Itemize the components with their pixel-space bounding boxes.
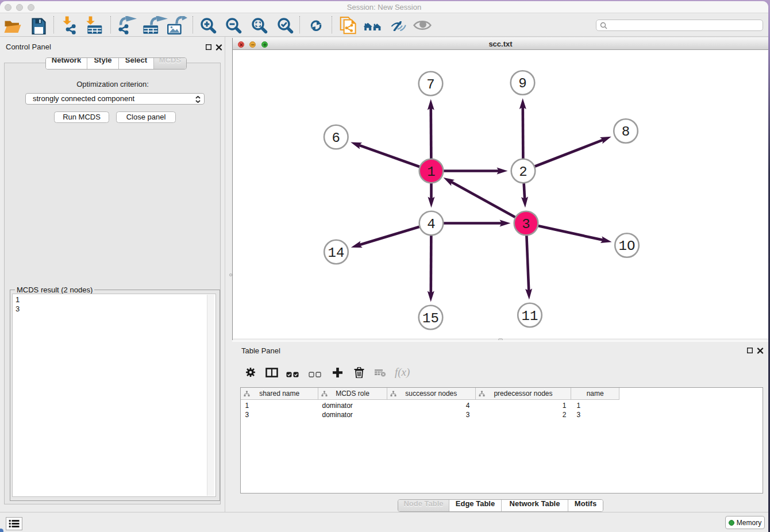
svg-text:7: 7: [426, 77, 434, 92]
svg-text:15: 15: [422, 311, 439, 326]
svg-text:1: 1: [427, 164, 435, 180]
svg-text:2: 2: [519, 164, 527, 180]
svg-text:8: 8: [622, 124, 630, 140]
svg-text:14: 14: [328, 245, 345, 261]
svg-text:1O: 1O: [619, 238, 636, 254]
svg-text:9: 9: [518, 76, 526, 91]
svg-text:11: 11: [522, 309, 538, 324]
svg-text:4: 4: [427, 217, 435, 232]
svg-text:6: 6: [332, 130, 340, 146]
svg-text:3: 3: [522, 217, 530, 232]
